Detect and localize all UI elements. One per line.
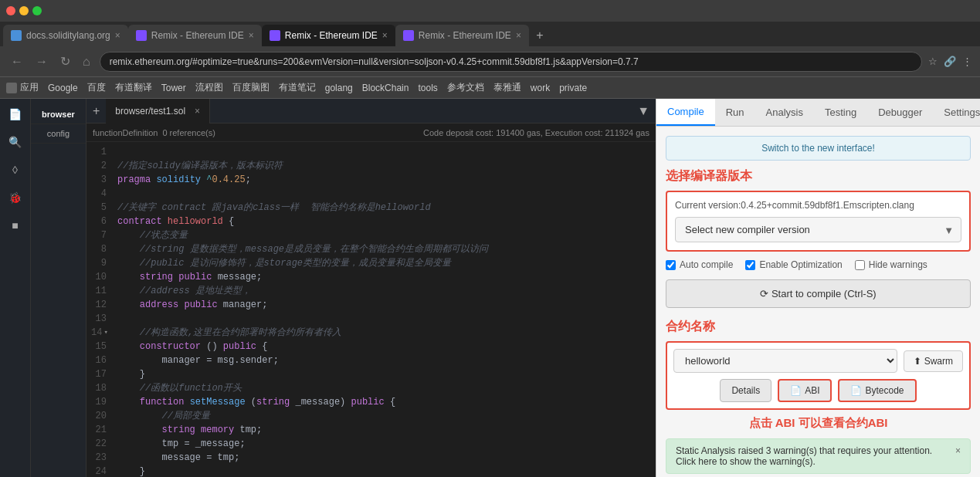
nav-debugger[interactable]: Debugger: [867, 99, 933, 126]
swarm-button[interactable]: ⬆ Swarm: [904, 350, 963, 372]
bookmark-label: 参考文档: [447, 81, 484, 94]
tab-close-icon[interactable]: ×: [115, 30, 120, 41]
bookmark-work[interactable]: work: [531, 83, 550, 93]
bytecode-icon: 📄: [850, 385, 862, 396]
bookmark-label: 百度脑图: [232, 81, 270, 94]
nav-compile[interactable]: Compile: [656, 99, 715, 126]
editor-area: + browser/test1.sol × ▼ functionDefiniti…: [86, 99, 656, 477]
tab-docs[interactable]: docs.soliditylang.org ×: [3, 25, 128, 46]
address-input[interactable]: [100, 52, 922, 72]
reload-button[interactable]: ↻: [57, 52, 73, 70]
home-button[interactable]: ⌂: [80, 53, 93, 70]
bookmark-youdao-notes[interactable]: 有道笔记: [279, 81, 316, 94]
editor-tab-active[interactable]: browser/test1.sol ×: [106, 99, 210, 123]
tab-close-icon[interactable]: ×: [249, 30, 254, 41]
sidebar-btn-git[interactable]: ◊: [3, 157, 28, 182]
bookmark-google[interactable]: Google: [48, 83, 78, 93]
bookmark-youdao[interactable]: 有道翻译: [115, 81, 152, 94]
enable-optimization-label: Enable Optimization: [759, 259, 842, 270]
panel-toggle-icon[interactable]: ▼: [631, 104, 656, 118]
nav-testing[interactable]: Testing: [814, 99, 867, 126]
contract-box: helloworld ⬆ Swarm Details 📄 ABI: [666, 341, 971, 410]
star-icon[interactable]: ☆: [928, 56, 938, 67]
minimize-button[interactable]: [19, 6, 29, 15]
line-numbers: 12345 678910 11121314 ▾15 1617181920 212…: [86, 142, 111, 477]
bytecode-button[interactable]: 📄 Bytecode: [838, 379, 916, 402]
hide-warnings-option[interactable]: Hide warnings: [855, 259, 927, 270]
bookmark-tower[interactable]: Tower: [161, 83, 186, 93]
forward-button[interactable]: →: [32, 53, 51, 70]
tab-label: docs.soliditylang.org: [26, 30, 110, 41]
contract-select[interactable]: helloworld: [673, 349, 897, 373]
nav-settings[interactable]: Settings: [933, 99, 980, 126]
extension-icon[interactable]: 🔗: [944, 56, 956, 67]
bookmark-taiyatong[interactable]: 泰雅通: [493, 81, 521, 94]
bookmark-golang[interactable]: golang: [325, 83, 353, 93]
tab-close-icon[interactable]: ×: [382, 30, 388, 41]
bookmark-label: work: [531, 83, 550, 93]
abi-hint: 点击 ABI 可以查看合约ABI: [666, 416, 971, 431]
sidebar-btn-extensions[interactable]: ■: [3, 213, 28, 238]
warning-box: Static Analysis raised 3 warning(s) that…: [666, 438, 971, 474]
nav-analysis[interactable]: Analysis: [755, 99, 814, 126]
sidebar-btn-files[interactable]: 📄: [3, 102, 28, 127]
tab-remix-2[interactable]: Remix - Ethereum IDE ×: [395, 25, 529, 46]
compile-button[interactable]: ⟳ Start to compile (Ctrl-S): [666, 279, 971, 308]
new-tab-button[interactable]: +: [529, 25, 551, 46]
switch-banner: Switch to the new interface!: [666, 136, 971, 161]
bookmark-baidu[interactable]: 百度: [87, 81, 106, 94]
tab-favicon: [270, 30, 280, 41]
bookmark-refs[interactable]: 参考文档: [447, 81, 484, 94]
options-row: Auto compile Enable Optimization Hide wa…: [666, 259, 971, 270]
bookmark-tools[interactable]: tools: [418, 83, 437, 93]
tab-label: Remix - Ethereum IDE: [151, 30, 244, 41]
warning-text: Static Analysis raised 3 warning(s) that…: [676, 445, 949, 467]
code-content[interactable]: //指定solidy编译器版本，版本标识符 pragma solidity ^0…: [111, 142, 656, 477]
hide-warnings-checkbox[interactable]: [855, 260, 865, 270]
bookmarks-bar: 应用 Google 百度 有道翻译 Tower 流程图 百度脑图 有道笔记 go…: [0, 77, 980, 99]
details-button[interactable]: Details: [720, 379, 771, 402]
panel-content: Switch to the new interface! 选择编译器版本 Cur…: [656, 127, 980, 477]
breadcrumb: functionDefinition 0 reference(s) Code d…: [86, 123, 656, 142]
bookmark-blockchain[interactable]: BlockChain: [362, 83, 409, 93]
close-button[interactable]: [6, 6, 15, 15]
bookmark-flowchart[interactable]: 流程图: [195, 81, 223, 94]
swarm-label: Swarm: [924, 356, 953, 367]
bookmark-mindmap[interactable]: 百度脑图: [232, 81, 270, 94]
sidebar-btn-search[interactable]: 🔍: [3, 130, 28, 154]
abi-button[interactable]: 📄 ABI: [778, 379, 832, 402]
auto-compile-checkbox[interactable]: [666, 260, 676, 270]
enable-optimization-checkbox[interactable]: [745, 260, 755, 270]
bookmark-label: 泰雅通: [493, 81, 521, 94]
nav-run[interactable]: Run: [715, 99, 755, 126]
bookmark-private[interactable]: private: [559, 83, 587, 93]
contract-select-row: helloworld ⬆ Swarm: [673, 349, 963, 373]
bookmark-label: BlockChain: [362, 83, 409, 93]
new-file-icon[interactable]: +: [86, 104, 106, 118]
traffic-lights: [6, 6, 42, 15]
back-button[interactable]: ←: [8, 53, 26, 70]
tab-remix-1[interactable]: Remix - Ethereum IDE ×: [128, 25, 262, 46]
tab-favicon: [136, 30, 147, 41]
switch-banner-text: Switch to the new interface!: [761, 143, 875, 154]
file-tree-browser[interactable]: browser: [31, 105, 86, 124]
sidebar-icons: 📄 🔍 ◊ 🐞 ■: [0, 99, 31, 477]
enable-optimization-option[interactable]: Enable Optimization: [745, 259, 842, 270]
tab-close-icon[interactable]: ×: [516, 30, 521, 41]
version-select[interactable]: Select new compiler version 0.4.25+commi…: [675, 217, 961, 242]
compiler-section-header: 选择编译器版本: [666, 168, 971, 184]
warning-close-icon[interactable]: ×: [955, 445, 961, 456]
bookmark-label: 有道翻译: [115, 81, 152, 94]
sidebar-btn-debug[interactable]: 🐞: [3, 185, 28, 210]
editor-tab-close[interactable]: ×: [195, 106, 200, 117]
auto-compile-option[interactable]: Auto compile: [666, 259, 733, 270]
editor-tab-label: browser/test1.sol: [115, 106, 185, 117]
menu-icon[interactable]: ⋮: [962, 56, 972, 67]
tab-remix-active[interactable]: Remix - Ethereum IDE ×: [262, 25, 395, 46]
toolbar-icons: ☆ 🔗 ⋮: [928, 56, 972, 67]
bookmark-apps[interactable]: 应用: [6, 81, 39, 94]
file-tree-config[interactable]: config: [31, 124, 86, 144]
maximize-button[interactable]: [32, 6, 42, 15]
bookmark-label: 流程图: [195, 81, 223, 94]
tab-bar: docs.soliditylang.org × Remix - Ethereum…: [0, 22, 980, 46]
